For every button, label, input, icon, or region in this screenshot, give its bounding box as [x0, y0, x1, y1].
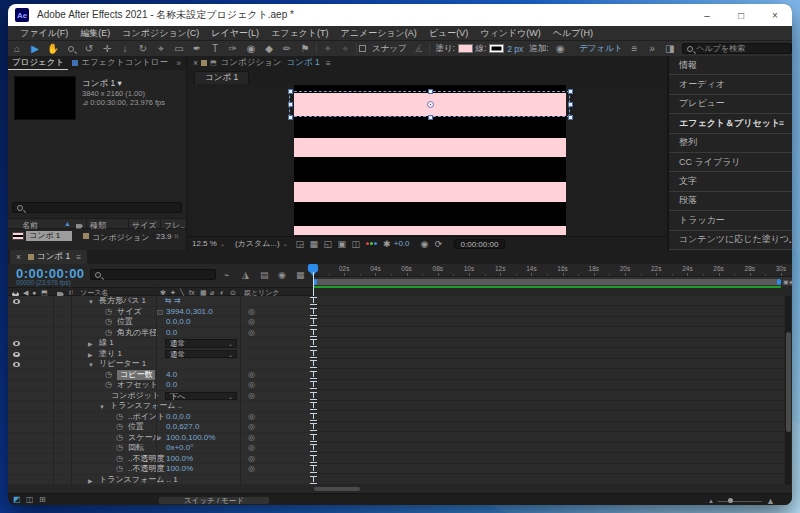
menu-item[interactable]: エフェクト(T): [265, 27, 335, 40]
lock-icon[interactable]: ⬒: [210, 59, 217, 67]
dock-item-CC ライブラリ[interactable]: CC ライブラリ: [669, 153, 792, 172]
timeline-vertical-scrollbar[interactable]: [785, 296, 791, 485]
menu-item[interactable]: レイヤー(L): [205, 27, 265, 40]
property-label[interactable]: 塗り 1: [99, 349, 122, 359]
visibility-eye-icon[interactable]: [13, 299, 20, 304]
channel-icon[interactable]: [366, 242, 377, 245]
frame-blending-icon[interactable]: ▤: [260, 270, 269, 280]
eraser-tool-icon[interactable]: ◆: [260, 41, 278, 56]
property-label[interactable]: ..ポイント: [128, 412, 165, 422]
pick-whip-icon[interactable]: ◎: [248, 422, 255, 432]
selection-handle[interactable]: [568, 102, 573, 107]
close-button[interactable]: ×: [758, 4, 792, 26]
shape-stripe[interactable]: [294, 138, 566, 157]
menu-item[interactable]: 編集(E): [74, 27, 116, 40]
pick-whip-icon[interactable]: ◎: [248, 317, 255, 327]
menu-item[interactable]: ウィンドウ(W): [474, 27, 547, 40]
selection-handle[interactable]: [288, 102, 293, 107]
property-value[interactable]: 100.0%: [166, 454, 193, 464]
expand-transfer-controls-icon[interactable]: ◫: [26, 495, 34, 504]
snapshot-camera-icon[interactable]: ◉: [418, 239, 432, 249]
viewer-tab-comp1[interactable]: コンポ 1: [194, 71, 249, 84]
time-ruler[interactable]: 00s02s04s06s08s10s12s14s16s18s20s22s24s2…: [313, 264, 792, 277]
property-label[interactable]: オフセット: [117, 380, 158, 390]
brush-tool-icon[interactable]: ✑: [224, 41, 242, 56]
property-label[interactable]: コピー数: [117, 370, 155, 380]
rotation-tool-icon[interactable]: ↻: [134, 41, 152, 56]
menu-item[interactable]: アニメーション(A): [335, 27, 423, 40]
property-label[interactable]: ..不透明度: [128, 464, 164, 474]
property-label[interactable]: 長方形パス 1: [99, 296, 146, 306]
menu-item[interactable]: コンポジション(C): [116, 27, 205, 40]
property-value[interactable]: 0.0,0.0: [166, 317, 190, 327]
property-label[interactable]: 線 1: [99, 338, 114, 348]
workspace-selector[interactable]: デフォルト: [579, 43, 623, 55]
selection-handle[interactable]: [428, 115, 433, 120]
toolbar-overflow-icon[interactable]: »: [643, 41, 661, 56]
timeline-search-input[interactable]: [90, 269, 216, 280]
always-preview-icon[interactable]: ◲: [293, 239, 307, 249]
property-label[interactable]: ..不透明度: [128, 454, 164, 464]
clone-stamp-tool-icon[interactable]: ◉: [242, 41, 260, 56]
shape-stripe[interactable]: [294, 226, 566, 235]
roto-brush-tool-icon[interactable]: ✏: [278, 41, 296, 56]
stroke-color-swatch[interactable]: [489, 44, 504, 53]
panel-close-icon[interactable]: ×: [16, 252, 21, 262]
twirl-closed-icon[interactable]: ▶: [88, 476, 93, 486]
zoom-in-icon[interactable]: ▲: [766, 496, 775, 505]
pen-tool-icon[interactable]: ✒: [188, 41, 206, 56]
blend-mode-dropdown[interactable]: 通常⌄: [165, 339, 237, 348]
work-area-end-handle[interactable]: [777, 279, 781, 285]
selection-handle[interactable]: [288, 115, 293, 120]
selection-handle[interactable]: [288, 89, 293, 94]
zoom-tool-icon[interactable]: [62, 42, 80, 56]
help-search-input[interactable]: ヘルプを検索: [682, 43, 792, 54]
pick-whip-icon[interactable]: ◎: [248, 391, 255, 401]
workspace-bar-icon[interactable]: ◨: [661, 41, 679, 56]
twirl-open-icon[interactable]: ▼: [88, 360, 94, 370]
property-label[interactable]: 回転: [128, 443, 144, 453]
timeline-horizontal-scrollbar[interactable]: [314, 487, 360, 491]
project-item-name[interactable]: コンポ 1: [26, 231, 72, 241]
stopwatch-icon[interactable]: ◷: [105, 328, 112, 338]
pick-whip-icon[interactable]: ◎: [248, 370, 255, 380]
dock-item-文字[interactable]: 文字: [669, 172, 792, 191]
pick-whip-icon[interactable]: ◎: [248, 433, 255, 443]
property-label[interactable]: コンポジット: [111, 391, 160, 401]
dock-item-整列[interactable]: 整列: [669, 134, 792, 153]
composition-flowchart-icon[interactable]: ⌁: [224, 270, 229, 280]
switch-mode-button[interactable]: スイッチ / モード: [158, 496, 270, 505]
stopwatch-icon[interactable]: ◷: [105, 307, 112, 317]
stopwatch-icon[interactable]: ◷: [116, 464, 123, 474]
property-value[interactable]: 0.0,627.0: [166, 422, 199, 432]
twirl-open-icon[interactable]: ▼: [99, 402, 105, 412]
puppet-pin-tool-icon[interactable]: ⚑: [296, 41, 314, 56]
pick-whip-icon[interactable]: ◎: [248, 443, 255, 453]
tab-project[interactable]: プロジェクト: [8, 56, 68, 70]
constrain-proportions-icon[interactable]: [157, 310, 163, 315]
property-label[interactable]: トランスフォーム ..: [110, 401, 182, 411]
work-area-bar[interactable]: [313, 279, 781, 285]
pick-whip-icon[interactable]: ◎: [248, 380, 255, 390]
selection-handle[interactable]: [428, 89, 433, 94]
panel-menu-icon[interactable]: ≡: [76, 252, 81, 262]
transparency-grid-icon[interactable]: ◫: [349, 239, 363, 249]
property-label[interactable]: サイズ: [117, 307, 142, 317]
zoom-slider-thumb[interactable]: [728, 498, 733, 503]
twirl-open-icon[interactable]: ▼: [88, 297, 94, 307]
dolly-camera-tool-icon[interactable]: ↓: [116, 41, 134, 56]
pick-whip-icon[interactable]: ◎: [248, 307, 255, 317]
timeline-tab-comp1[interactable]: × コンポ 1 ≡: [10, 250, 87, 264]
project-item-row[interactable]: コンポ 1 コンポジション 23.9 ⌗: [8, 230, 186, 242]
property-value[interactable]: 4.0: [166, 370, 177, 380]
visibility-eye-icon[interactable]: [13, 341, 20, 346]
dock-item-情報[interactable]: 情報: [669, 56, 792, 75]
property-label[interactable]: リピーター 1: [99, 359, 146, 369]
twirl-closed-icon[interactable]: ▶: [88, 350, 93, 360]
twirl-closed-icon[interactable]: ▶: [88, 339, 93, 349]
property-value[interactable]: 0.0: [166, 328, 177, 338]
pan-camera-tool-icon[interactable]: ✛: [98, 41, 116, 56]
panel-menu-icon[interactable]: ≡: [326, 58, 331, 68]
draft-3d-icon[interactable]: ◮: [242, 270, 249, 280]
dock-item-プレビュー[interactable]: プレビュー: [669, 95, 792, 114]
